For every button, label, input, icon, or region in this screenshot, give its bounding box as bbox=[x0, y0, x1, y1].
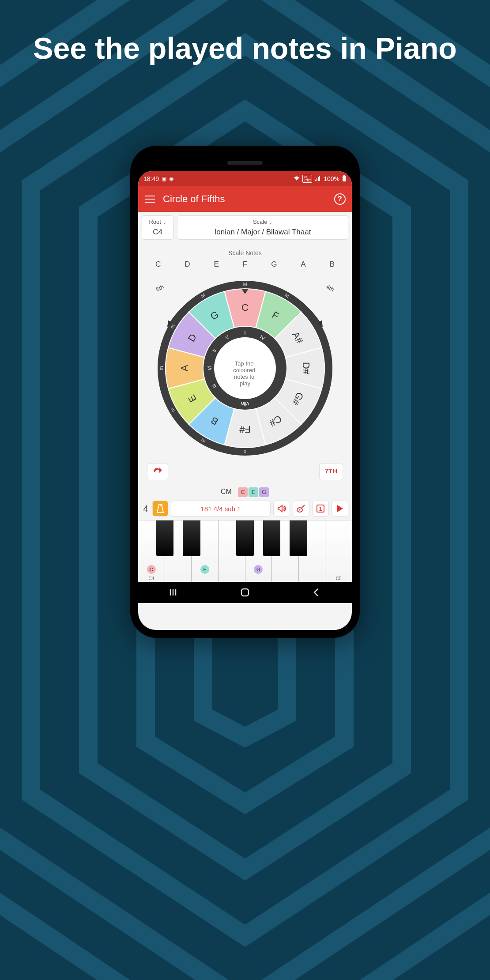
sound-button[interactable] bbox=[273, 501, 290, 516]
status-time: 18:49 bbox=[143, 175, 159, 182]
redo-button[interactable] bbox=[147, 463, 168, 480]
home-button[interactable] bbox=[239, 587, 251, 598]
chord-note-chip: E bbox=[249, 487, 258, 497]
scale-selector[interactable]: Scale ⌄ Ionian / Major / Bilawal Thaat bbox=[177, 215, 348, 240]
recents-button[interactable] bbox=[168, 587, 180, 598]
svg-text:vi: vi bbox=[207, 366, 213, 370]
scale-note: D bbox=[185, 260, 190, 269]
svg-text:D#: D# bbox=[301, 362, 312, 375]
chevron-down-icon: ⌄ bbox=[163, 220, 166, 225]
phone-frame: 18:49 ▣ ◉ Vo)LTE2 100% Circle of Fifths … bbox=[130, 146, 360, 638]
svg-rect-6 bbox=[343, 175, 345, 176]
battery-percent: 100% bbox=[324, 175, 339, 182]
chord-note-chip: G bbox=[259, 487, 269, 497]
scale-notes-row: CDEFGAB bbox=[138, 256, 352, 271]
chord-display: CM CEG bbox=[138, 485, 352, 501]
black-key[interactable] bbox=[263, 520, 281, 556]
svg-text:I: I bbox=[244, 330, 245, 336]
back-button[interactable] bbox=[310, 587, 322, 598]
svg-text:m: m bbox=[158, 366, 164, 370]
scale-note: G bbox=[271, 260, 277, 269]
svg-text:A: A bbox=[179, 365, 190, 371]
chord-note-chip: C bbox=[238, 487, 248, 497]
svg-text:viio: viio bbox=[241, 400, 249, 407]
tempo-display[interactable]: 181 4/4 sub 1 bbox=[171, 501, 271, 516]
chord-name: CM bbox=[221, 488, 232, 495]
svg-text:C: C bbox=[241, 302, 249, 313]
instrument-button[interactable] bbox=[293, 501, 309, 516]
black-key[interactable] bbox=[156, 520, 174, 556]
black-key[interactable] bbox=[236, 520, 254, 556]
app-bar: Circle of Fifths ? bbox=[138, 186, 352, 212]
app-title: Circle of Fifths bbox=[163, 193, 327, 205]
svg-text:M: M bbox=[243, 282, 247, 287]
status-bar: 18:49 ▣ ◉ Vo)LTE2 100% bbox=[138, 171, 352, 186]
android-nav-bar bbox=[138, 582, 352, 603]
svg-rect-43 bbox=[241, 589, 249, 596]
svg-text:o: o bbox=[244, 449, 246, 455]
scale-notes-header: Scale Notes bbox=[138, 249, 352, 256]
chevron-down-icon: ⌄ bbox=[269, 220, 272, 225]
signal-icon bbox=[315, 176, 321, 182]
seventh-toggle-button[interactable]: 7TH bbox=[319, 463, 343, 480]
hamburger-menu-icon[interactable] bbox=[144, 193, 156, 205]
battery-icon bbox=[342, 175, 347, 183]
repeat-one-button[interactable]: 1 bbox=[312, 501, 329, 516]
black-key[interactable] bbox=[290, 520, 307, 556]
scale-note: B bbox=[330, 260, 335, 269]
metronome-button[interactable] bbox=[152, 501, 168, 516]
beat-count: 4 bbox=[142, 504, 150, 514]
play-button[interactable] bbox=[332, 501, 348, 516]
status-app-icon: ▣ bbox=[162, 176, 166, 182]
piano-keyboard: C4CEGC5 bbox=[138, 520, 352, 582]
svg-text:F#: F# bbox=[239, 424, 250, 435]
black-key[interactable] bbox=[183, 520, 200, 556]
controls-toolbar: 4 181 4/4 sub 1 1 bbox=[138, 501, 352, 520]
svg-text:1: 1 bbox=[319, 506, 322, 512]
scale-note: A bbox=[301, 260, 305, 269]
circle-of-fifths: 5th 4th CFA#D#G#C#F#BEADG IIVviioiiiviii… bbox=[138, 273, 352, 463]
help-icon[interactable]: ? bbox=[334, 193, 346, 205]
scale-note: C bbox=[155, 260, 161, 269]
promo-heading: See the played notes in Piano bbox=[0, 31, 490, 65]
root-selector[interactable]: Root ⌄ C4 bbox=[142, 215, 173, 240]
status-app-icon2: ◉ bbox=[169, 176, 173, 182]
scale-note: E bbox=[214, 260, 219, 269]
scale-note: F bbox=[243, 260, 247, 269]
volte-icon: Vo)LTE2 bbox=[302, 175, 312, 183]
wifi-icon bbox=[294, 176, 300, 182]
svg-point-40 bbox=[299, 509, 301, 511]
white-key-C[interactable]: C5 bbox=[325, 520, 352, 582]
screen: 18:49 ▣ ◉ Vo)LTE2 100% Circle of Fifths … bbox=[138, 171, 352, 630]
svg-rect-7 bbox=[343, 176, 346, 181]
